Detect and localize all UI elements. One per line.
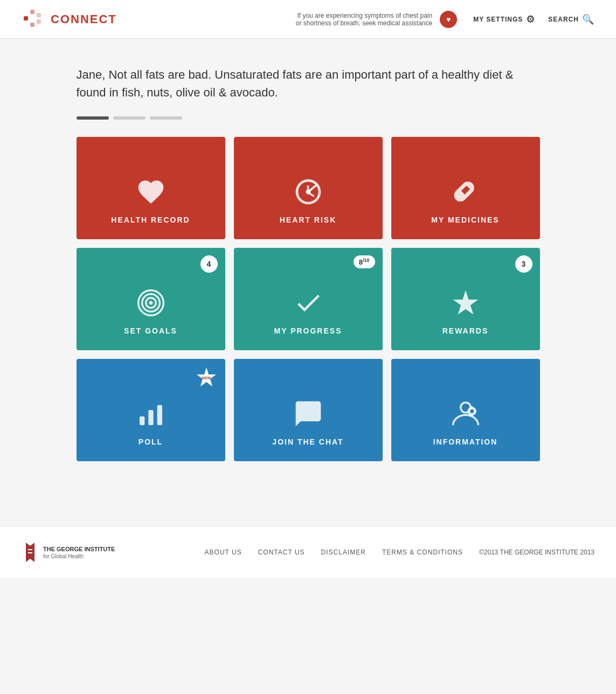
my-progress-label: MY PROGRESS [274,327,342,335]
heart-icon [136,177,166,207]
my-progress-badge: 8/10 [354,255,375,268]
info-head-icon [451,399,481,429]
svg-point-11 [149,301,153,305]
check-icon [293,288,323,318]
information-card[interactable]: INFORMATION [391,359,540,461]
pagination-dot-1[interactable] [77,116,109,120]
new-badge: NEW [195,366,218,389]
svg-rect-20 [470,406,473,408]
footer: THE GEORGE INSTITUTE for Global Health A… [0,526,616,578]
join-chat-label: JOIN THE CHAT [272,438,343,446]
svg-rect-14 [140,417,144,425]
pagination-dot-3[interactable] [150,116,182,120]
logo[interactable]: CONNECT [22,8,117,31]
svg-rect-5 [37,19,41,24]
svg-rect-23 [474,410,476,412]
target-icon [136,288,166,318]
set-goals-label: SET GOALS [124,327,177,335]
set-goals-badge: 4 [200,255,218,273]
gear-icon: ⚙ [526,13,535,25]
contact-us-link[interactable]: CONTACT US [258,549,305,556]
svg-rect-4 [37,13,41,17]
alert-text: If you are experiencing symptoms of ches… [296,12,432,27]
poll-label: POLL [139,438,163,446]
join-chat-card[interactable]: JOIN THE CHAT [234,359,383,461]
search-label: SEARCH [548,16,579,23]
chat-icon [293,399,323,429]
svg-rect-24 [28,549,32,550]
footer-nav: ABOUT US CONTACT US DISCLAIMER TERMS & C… [205,549,594,556]
svg-rect-16 [157,405,162,425]
footer-org-name: THE GEORGE INSTITUTE [43,545,115,553]
rewards-label: REWARDS [442,327,489,335]
footer-logo: THE GEORGE INSTITUTE for Global Health [22,542,115,563]
heart-risk-card[interactable]: HEART RISK [234,137,383,239]
main-content: Jane, Not all fats are bad. Unsaturated … [66,39,551,494]
my-progress-card[interactable]: 8/10 MY PROGRESS [234,248,383,350]
set-goals-card[interactable]: 4 SET GOALS [77,248,225,350]
svg-rect-22 [467,410,469,412]
svg-rect-2 [30,10,34,14]
svg-point-19 [470,410,474,413]
settings-label: MY SETTINGS [473,16,523,23]
svg-rect-21 [470,414,473,417]
logo-icon [22,8,45,31]
footer-org-sub: for Global Health [43,553,115,559]
george-institute-logo-icon [22,542,39,563]
pill-icon [451,177,481,207]
header: CONNECT If you are experiencing symptoms… [0,0,616,39]
welcome-message: Jane, Not all fats are bad. Unsaturated … [77,66,540,101]
logo-label: CONNECT [51,12,117,26]
settings-button[interactable]: MY SETTINGS ⚙ [473,13,535,25]
terms-link[interactable]: TERMS & CONDITIONS [382,549,463,556]
copyright-text: ©2013 THE GEORGE INSTITUTE 2013 [479,549,594,556]
poll-card[interactable]: NEW POLL [77,359,225,461]
heart-alert-icon: ♥ [440,11,457,28]
pagination-dot-2[interactable] [113,116,146,120]
information-label: INFORMATION [433,438,498,446]
footer-logo-container: THE GEORGE INSTITUTE for Global Health [22,542,115,563]
rewards-card[interactable]: 3 REWARDS [391,248,540,350]
header-nav: MY SETTINGS ⚙ SEARCH 🔍 [473,13,594,25]
svg-line-7 [308,185,316,192]
bars-icon [136,399,166,429]
my-medicines-card[interactable]: MY MEDICINES [391,137,540,239]
about-us-link[interactable]: ABOUT US [205,549,242,556]
disclaimer-link[interactable]: DISCLAIMER [321,549,366,556]
search-button[interactable]: SEARCH 🔍 [548,13,594,25]
my-medicines-label: MY MEDICINES [431,216,499,224]
heart-risk-label: HEART RISK [280,216,337,224]
rewards-badge: 3 [515,255,532,273]
svg-rect-15 [148,410,153,425]
health-record-card[interactable]: HEALTH RECORD [77,137,225,239]
pagination [77,116,540,120]
card-grid: HEALTH RECORD HEART RISK MY MEDICINES 4 [77,137,540,461]
svg-rect-25 [28,552,32,553]
svg-text:NEW: NEW [202,376,211,380]
gauge-icon [293,177,323,207]
health-record-label: HEALTH RECORD [111,216,190,224]
search-icon: 🔍 [582,13,594,25]
svg-rect-3 [30,23,34,27]
star-icon [451,288,481,318]
alert-section: If you are experiencing symptoms of ches… [296,11,457,28]
svg-rect-1 [24,16,28,20]
